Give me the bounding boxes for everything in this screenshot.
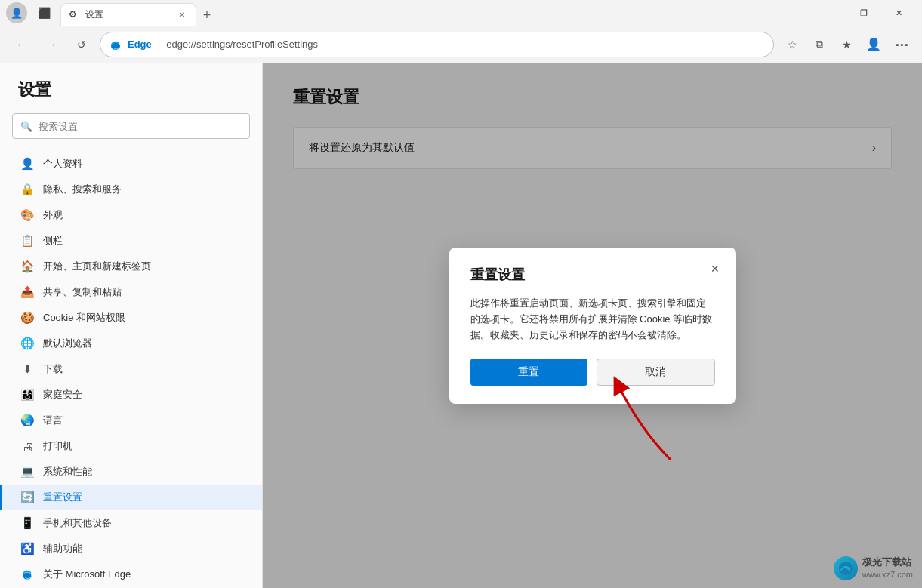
profile-avatar[interactable]: 👤	[6, 2, 27, 23]
tab-favicon: ⚙	[69, 9, 81, 21]
modal-close-button[interactable]: ✕	[705, 258, 726, 279]
language-icon: 🌏	[20, 414, 34, 427]
sidebar-item-reset[interactable]: 🔄 重置设置	[0, 485, 262, 510]
split-screen-icon[interactable]: ⧉	[807, 32, 831, 57]
active-tab[interactable]: ⚙ 设置 ✕	[60, 3, 196, 26]
search-input[interactable]	[39, 121, 242, 132]
accessibility-icon: ♿	[20, 542, 34, 556]
sidebar-item-label: Cookie 和网站权限	[43, 311, 125, 325]
system-icon: 💻	[20, 465, 34, 479]
browser-icon: 🌐	[20, 337, 34, 350]
sidebar-item-label: 隐私、搜索和服务	[43, 183, 122, 196]
favorites-star-icon[interactable]: ☆	[780, 32, 804, 57]
printer-icon: 🖨	[20, 439, 34, 453]
reset-icon: 🔄	[20, 491, 34, 504]
titlebar: 👤 ⬛ ⚙ 设置 ✕ + — ❐ ✕	[0, 0, 922, 26]
vertical-tabs-icon[interactable]: ⬛	[33, 2, 54, 23]
forward-button[interactable]: →	[39, 32, 63, 57]
tab-title: 设置	[85, 8, 171, 21]
sidebar-item-default-browser[interactable]: 🌐 默认浏览器	[0, 331, 262, 356]
download-icon: ⬇	[20, 362, 34, 376]
sidebar-item-sidebar[interactable]: 📋 侧栏	[0, 228, 262, 254]
sidebar-item-label: 关于 Microsoft Edge	[43, 568, 131, 581]
address-url: edge://settings/resetProfileSettings	[166, 38, 318, 50]
modal-title: 重置设置	[470, 266, 715, 284]
edge-favicon	[109, 38, 122, 51]
navbar: ← → ↺ Edge | edge://settings/resetProfil…	[0, 26, 922, 63]
sidebar-item-label: 手机和其他设备	[43, 516, 112, 530]
sidebar-icon: 📋	[20, 234, 34, 248]
sidebar-item-label: 打印机	[43, 439, 72, 453]
close-button[interactable]: ✕	[881, 0, 916, 26]
mobile-icon: 📱	[20, 516, 34, 530]
sidebar-item-privacy[interactable]: 🔒 隐私、搜索和服务	[0, 177, 262, 202]
appearance-icon: 🎨	[20, 208, 34, 222]
nav-icons-right: ☆ ⧉ ★ 👤 ⋯	[780, 32, 913, 57]
family-icon: 👨‍👩‍👧	[20, 388, 34, 402]
main-container: 设置 🔍 👤 个人资料 🔒 隐私、搜索和服务 🎨 外观 📋 侧栏 🏠 开始、主页…	[0, 63, 922, 588]
sidebar-item-about[interactable]: 关于 Microsoft Edge	[0, 562, 262, 587]
search-box[interactable]: 🔍	[12, 113, 250, 139]
sidebar: 设置 🔍 👤 个人资料 🔒 隐私、搜索和服务 🎨 外观 📋 侧栏 🏠 开始、主页…	[0, 63, 263, 588]
back-button[interactable]: ←	[9, 32, 33, 57]
refresh-button[interactable]: ↺	[69, 32, 94, 57]
reset-confirm-button[interactable]: 重置	[470, 359, 587, 386]
sidebar-item-cookies[interactable]: 🍪 Cookie 和网站权限	[0, 305, 262, 331]
titlebar-left: 👤 ⬛	[6, 2, 54, 23]
sidebar-item-label: 外观	[43, 208, 63, 222]
watermark-logo	[834, 556, 858, 580]
sidebar-item-accessibility[interactable]: ♿ 辅助功能	[0, 536, 262, 562]
sidebar-item-label: 个人资料	[43, 157, 82, 171]
sidebar-item-label: 系统和性能	[43, 465, 92, 479]
tab-close-button[interactable]: ✕	[176, 9, 188, 21]
search-icon: 🔍	[20, 121, 32, 132]
watermark-text: 极光下载站 www.xz7.com	[862, 556, 913, 580]
sidebar-item-profile[interactable]: 👤 个人资料	[0, 151, 262, 177]
modal-body: 此操作将重置启动页面、新选项卡页、搜索引擎和固定的选项卡。它还将禁用所有扩展并清…	[470, 296, 715, 343]
profile-icon: 👤	[20, 157, 34, 171]
tabs-area: ⚙ 设置 ✕ +	[54, 0, 812, 26]
sidebar-item-label: 开始、主页和新建标签页	[43, 260, 151, 273]
sidebar-item-label: 家庭安全	[43, 388, 82, 402]
sidebar-item-start[interactable]: 🏠 开始、主页和新建标签页	[0, 254, 262, 279]
lock-icon: 🔒	[20, 183, 34, 196]
restore-button[interactable]: ❐	[846, 0, 881, 26]
modal-overlay[interactable]: ✕ 重置设置 此操作将重置启动页面、新选项卡页、搜索引擎和固定的选项卡。它还将禁…	[263, 63, 922, 588]
sidebar-item-mobile[interactable]: 📱 手机和其他设备	[0, 510, 262, 536]
sidebar-item-share[interactable]: 📤 共享、复制和粘贴	[0, 279, 262, 305]
minimize-button[interactable]: —	[812, 0, 846, 26]
sidebar-item-label: 辅助功能	[43, 542, 82, 556]
sidebar-item-language[interactable]: 🌏 语言	[0, 408, 262, 433]
sidebar-item-family[interactable]: 👨‍👩‍👧 家庭安全	[0, 382, 262, 408]
more-tools-icon[interactable]: ⋯	[889, 32, 913, 57]
reset-modal: ✕ 重置设置 此操作将重置启动页面、新选项卡页、搜索引擎和固定的选项卡。它还将禁…	[449, 248, 736, 403]
modal-buttons: 重置 取消	[470, 359, 715, 386]
sidebar-item-label: 下载	[43, 362, 63, 376]
window-controls: — ❐ ✕	[812, 0, 916, 26]
sidebar-title: 设置	[0, 79, 262, 113]
sidebar-item-label: 语言	[43, 414, 63, 427]
favorites-icon[interactable]: ★	[834, 32, 859, 57]
address-separator: |	[158, 38, 160, 50]
collections-icon[interactable]: 👤	[862, 32, 886, 57]
sidebar-item-downloads[interactable]: ⬇ 下载	[0, 356, 262, 382]
sidebar-item-system[interactable]: 💻 系统和性能	[0, 459, 262, 485]
sidebar-item-printer[interactable]: 🖨 打印机	[0, 433, 262, 459]
watermark: 极光下载站 www.xz7.com	[834, 556, 913, 580]
address-bar[interactable]: Edge | edge://settings/resetProfileSetti…	[100, 32, 774, 57]
cookie-icon: 🍪	[20, 311, 34, 325]
about-icon	[20, 568, 34, 581]
sidebar-item-label: 共享、复制和粘贴	[43, 285, 122, 299]
new-tab-button[interactable]: +	[196, 5, 217, 26]
share-icon: 📤	[20, 285, 34, 299]
sidebar-item-label: 默认浏览器	[43, 337, 92, 350]
sidebar-item-appearance[interactable]: 🎨 外观	[0, 202, 262, 228]
home-icon: 🏠	[20, 260, 34, 273]
cancel-button[interactable]: 取消	[597, 359, 715, 386]
address-brand: Edge	[128, 38, 152, 50]
sidebar-item-label: 重置设置	[43, 491, 82, 504]
content-area: 重置设置 将设置还原为其默认值 › ✕ 重置设置 此操作将重置启动页面、新选项卡…	[263, 63, 922, 588]
sidebar-item-label: 侧栏	[43, 234, 63, 248]
